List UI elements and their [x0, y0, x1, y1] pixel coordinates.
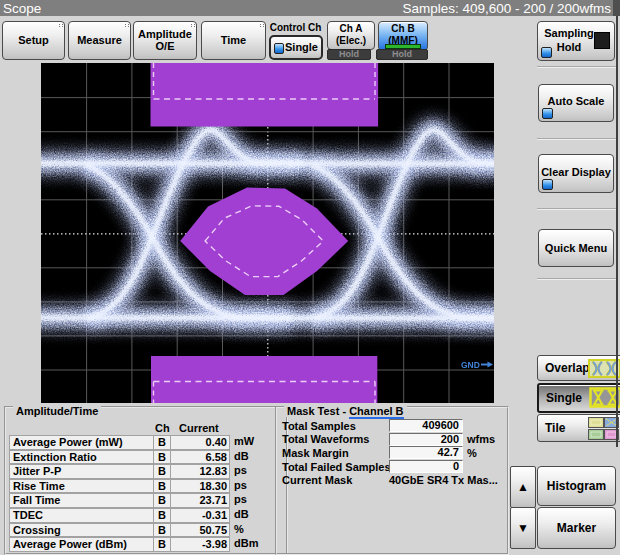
svg-text:GND: GND: [461, 360, 480, 370]
